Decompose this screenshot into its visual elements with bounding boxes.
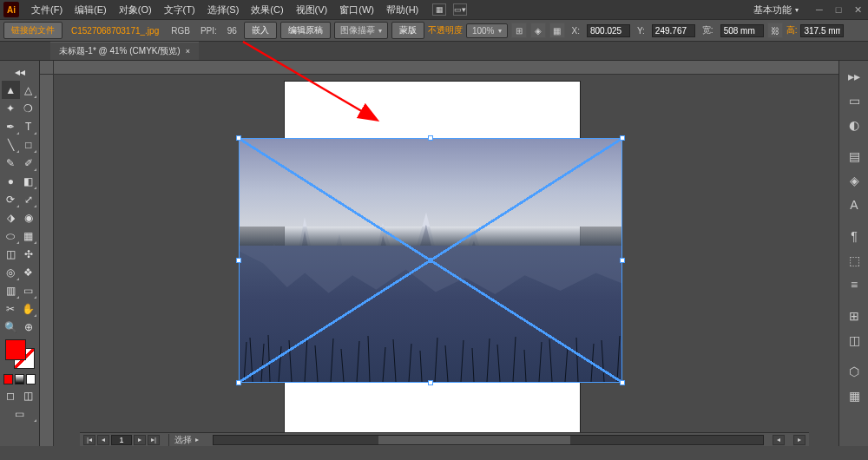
- hand-tool[interactable]: 🔍: [2, 318, 20, 336]
- handle-mid-right[interactable]: [620, 258, 625, 263]
- color-mode-fill[interactable]: [3, 374, 13, 384]
- w-input[interactable]: [720, 24, 764, 37]
- paintbrush-tool[interactable]: ✎: [2, 154, 20, 172]
- type-tool[interactable]: T: [20, 117, 38, 135]
- artboards-panel-icon[interactable]: ▦: [839, 384, 868, 408]
- draw-normal[interactable]: ◻: [2, 386, 20, 404]
- linked-file-button[interactable]: 链接的文件: [3, 22, 62, 39]
- anchor-icon[interactable]: ▦: [549, 23, 565, 38]
- scroll-right[interactable]: ▸: [793, 435, 806, 445]
- tab-close-icon[interactable]: ×: [186, 47, 190, 56]
- opacity-dropdown[interactable]: 100%▾: [466, 23, 508, 38]
- color-swatch[interactable]: [5, 339, 35, 369]
- align-icon[interactable]: ⊞: [511, 23, 527, 38]
- swatches-panel-icon[interactable]: ▤: [839, 144, 868, 168]
- canvas[interactable]: |◂ ◂ ▸ ▸| 选择 ▸ ◂ ▸: [40, 61, 838, 446]
- gradient-panel-icon[interactable]: ⬚: [839, 248, 868, 273]
- scroll-left[interactable]: ◂: [773, 435, 785, 445]
- brushes-panel-icon[interactable]: ◈: [839, 168, 868, 193]
- slice-tool[interactable]: ✋: [20, 299, 38, 318]
- y-input[interactable]: [652, 24, 695, 37]
- ruler-origin[interactable]: [40, 61, 54, 75]
- column-graph-tool[interactable]: ▭: [20, 281, 38, 299]
- panel-expand-icon[interactable]: ▸▸: [839, 64, 868, 89]
- layers-panel-icon[interactable]: ⬡: [839, 359, 868, 384]
- artboard-last[interactable]: ▸|: [148, 435, 160, 445]
- fill-color[interactable]: [5, 339, 26, 360]
- mesh-tool[interactable]: ◫: [2, 245, 20, 263]
- symbol-sprayer-tool[interactable]: ▥: [2, 281, 20, 299]
- color-mode-none[interactable]: [26, 374, 36, 384]
- window-minimize[interactable]: ─: [812, 3, 826, 16]
- screen-mode[interactable]: ▭: [2, 404, 37, 423]
- direct-selection-tool[interactable]: △: [20, 81, 38, 99]
- window-maximize[interactable]: □: [832, 3, 845, 16]
- handle-bottom-left[interactable]: [236, 380, 241, 385]
- transparency-panel-icon[interactable]: ≡: [839, 273, 868, 297]
- mask-button[interactable]: 蒙版: [391, 22, 424, 39]
- menu-effect[interactable]: 效果(C): [246, 2, 288, 18]
- x-input[interactable]: [587, 24, 630, 37]
- zoom-tool[interactable]: ⊕: [20, 318, 38, 336]
- free-transform-tool[interactable]: ◉: [20, 208, 38, 227]
- magic-wand-tool[interactable]: ✦: [2, 99, 20, 117]
- blob-brush-tool[interactable]: ●: [2, 172, 20, 190]
- blend-tool[interactable]: ❖: [20, 263, 38, 281]
- artboard-first[interactable]: |◂: [83, 435, 95, 445]
- perspective-tool[interactable]: ▦: [20, 227, 38, 245]
- embed-button[interactable]: 嵌入: [244, 22, 277, 39]
- handle-bottom-mid[interactable]: [428, 380, 433, 385]
- eyedropper-tool[interactable]: ◎: [2, 263, 20, 281]
- horizontal-scrollbar[interactable]: [213, 435, 764, 445]
- gradient-tool[interactable]: ✣: [20, 245, 38, 263]
- scrollbar-thumb[interactable]: [378, 436, 571, 444]
- bridge-icon[interactable]: ▦: [432, 3, 446, 16]
- eraser-tool[interactable]: ◧: [20, 172, 38, 190]
- menu-edit[interactable]: 编辑(E): [69, 2, 112, 18]
- h-input[interactable]: [800, 24, 844, 37]
- menu-file[interactable]: 文件(F): [26, 2, 68, 18]
- link-wh-icon[interactable]: ⛓: [767, 23, 783, 38]
- menu-view[interactable]: 视图(V): [291, 2, 333, 18]
- artboard-prev[interactable]: ◂: [97, 435, 109, 445]
- rotate-tool[interactable]: ⟳: [2, 190, 20, 208]
- handle-top-right[interactable]: [620, 135, 625, 141]
- menu-help[interactable]: 帮助(H): [381, 2, 424, 18]
- edit-original-button[interactable]: 编辑原稿: [280, 22, 331, 39]
- width-tool[interactable]: ⬗: [2, 208, 20, 227]
- transform-icon[interactable]: ◈: [530, 23, 546, 38]
- handle-mid-left[interactable]: [236, 258, 241, 263]
- lasso-tool[interactable]: ❍: [20, 99, 38, 117]
- rectangle-tool[interactable]: □: [20, 135, 38, 154]
- color-mode-gradient[interactable]: [15, 374, 24, 384]
- color-guide-panel-icon[interactable]: ◐: [839, 113, 868, 137]
- pencil-tool[interactable]: ✐: [20, 154, 38, 172]
- handle-top-left[interactable]: [236, 135, 241, 141]
- ruler-vertical[interactable]: [40, 75, 54, 446]
- placed-image[interactable]: [240, 139, 621, 382]
- menu-type[interactable]: 文字(T): [159, 2, 201, 18]
- arrange-icon[interactable]: ▭▾: [453, 3, 467, 16]
- handle-top-mid[interactable]: [428, 135, 433, 141]
- pen-tool[interactable]: ✒: [2, 117, 20, 135]
- window-close[interactable]: ✕: [851, 3, 865, 16]
- status-tool-label[interactable]: 选择 ▸: [168, 434, 204, 446]
- shape-builder-tool[interactable]: ⬭: [2, 227, 20, 245]
- symbols-panel-icon[interactable]: A: [839, 193, 868, 217]
- menu-window[interactable]: 窗口(W): [334, 2, 379, 18]
- tools-collapse[interactable]: ◂◂: [2, 62, 37, 81]
- stroke-panel-icon[interactable]: ¶: [839, 224, 868, 248]
- artboard-tool[interactable]: ✂: [2, 299, 20, 318]
- color-panel-icon[interactable]: ▭: [839, 89, 868, 113]
- handle-center[interactable]: [428, 258, 433, 263]
- menu-object[interactable]: 对象(O): [114, 2, 157, 18]
- document-tab[interactable]: 未标题-1* @ 41% (CMYK/预览) ×: [50, 42, 199, 60]
- ruler-horizontal[interactable]: [54, 61, 838, 75]
- scale-tool[interactable]: ⤢: [20, 190, 38, 208]
- graphic-styles-panel-icon[interactable]: ◫: [839, 328, 868, 352]
- workspace-switcher[interactable]: 基本功能 ▾: [753, 3, 799, 16]
- selection-tool[interactable]: ▲: [2, 81, 20, 99]
- draw-behind[interactable]: ◫: [20, 386, 38, 404]
- line-tool[interactable]: ╲: [2, 135, 20, 154]
- artboard-current[interactable]: [111, 435, 132, 445]
